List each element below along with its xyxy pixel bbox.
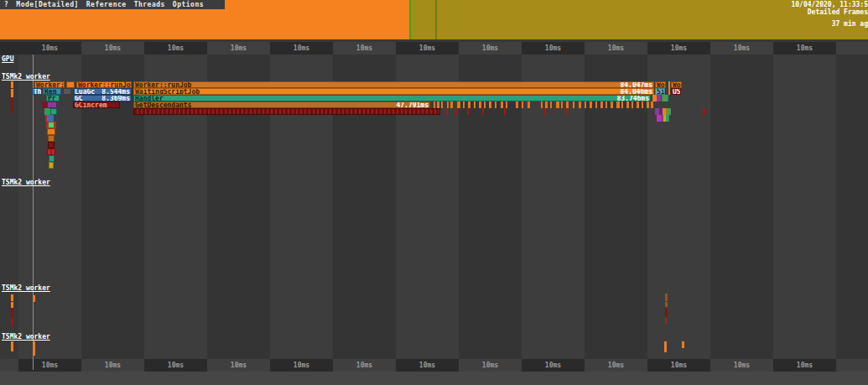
flame-bar[interactable]: [63, 88, 71, 95]
menu-help[interactable]: ?: [4, 1, 8, 8]
gc-tick[interactable]: [446, 108, 448, 115]
activity-tick[interactable]: [600, 101, 603, 108]
activity-tick[interactable]: [434, 101, 435, 108]
gc-tick[interactable]: [482, 108, 484, 115]
menu-reference[interactable]: Reference: [86, 1, 127, 8]
activity-tick[interactable]: [595, 101, 597, 108]
activity-tick[interactable]: [616, 101, 620, 108]
flame-bar[interactable]: [11, 89, 13, 97]
flame-bar[interactable]: WaitingScriptJob84.046ms: [133, 88, 654, 95]
flame-bar[interactable]: Handler83.746ms: [133, 95, 651, 101]
activity-tick[interactable]: [556, 101, 559, 108]
activity-tick[interactable]: [606, 101, 607, 108]
activity-tick[interactable]: [585, 101, 586, 108]
timeline-column[interactable]: [836, 55, 868, 359]
activity-tick[interactable]: [621, 101, 623, 108]
activity-tick[interactable]: [579, 101, 581, 108]
activity-tick[interactable]: [528, 101, 530, 108]
flame-bar[interactable]: [48, 135, 55, 142]
activity-tick[interactable]: [550, 101, 552, 108]
flame-bar[interactable]: Wo: [655, 81, 666, 88]
flame-bar[interactable]: GetDescendants47.791ms: [133, 101, 430, 108]
activity-tick[interactable]: [457, 101, 460, 108]
activity-tick[interactable]: [626, 101, 629, 108]
flame-bar[interactable]: [665, 318, 667, 324]
flame-bar[interactable]: LuaGc8.544ms: [73, 88, 132, 95]
flame-bar[interactable]: Worker:: [34, 81, 65, 88]
timeline-column[interactable]: [773, 55, 836, 359]
flame-bar[interactable]: Th: [32, 88, 42, 95]
flame-bar[interactable]: US: [671, 88, 681, 95]
gc-tick[interactable]: [544, 108, 546, 115]
flame-bar[interactable]: [664, 341, 667, 352]
activity-tick[interactable]: [516, 101, 518, 108]
activity-tick[interactable]: [447, 101, 449, 108]
activity-tick[interactable]: [506, 101, 507, 108]
activity-tick[interactable]: [561, 101, 563, 108]
flame-bar[interactable]: [667, 95, 668, 101]
activity-tick[interactable]: [637, 101, 639, 108]
activity-tick[interactable]: [489, 101, 491, 108]
activity-tick[interactable]: [501, 101, 503, 108]
flame-bar[interactable]: [668, 115, 669, 122]
flame-bar[interactable]: [11, 319, 13, 326]
flame-bar[interactable]: [665, 309, 668, 317]
flame-bar[interactable]: [133, 108, 440, 115]
thread-label[interactable]: TSMk2 worker: [2, 179, 50, 186]
activity-tick[interactable]: [522, 101, 523, 108]
flame-bar[interactable]: Pr: [46, 95, 60, 101]
flame-bar[interactable]: [44, 108, 50, 115]
flame-bar[interactable]: [665, 302, 668, 307]
flame-bar[interactable]: [668, 108, 671, 115]
flame-bar[interactable]: Worker::runJob84.047ms: [133, 81, 654, 88]
activity-tick[interactable]: [441, 101, 443, 108]
flame-bar[interactable]: [47, 128, 55, 135]
flame-bar[interactable]: [11, 341, 13, 351]
flame-bar[interactable]: GCincrem: [73, 101, 120, 108]
gc-tick[interactable]: [566, 108, 568, 115]
flame-bar[interactable]: [11, 81, 13, 88]
activity-tick[interactable]: [611, 101, 613, 108]
activity-tick[interactable]: [474, 101, 476, 108]
flame-bar[interactable]: [11, 98, 13, 107]
flame-bar[interactable]: [50, 108, 57, 115]
flame-bar[interactable]: [49, 162, 54, 169]
thread-label[interactable]: TSMk2 worker: [2, 284, 50, 292]
activity-tick[interactable]: [545, 101, 548, 108]
gc-tick[interactable]: [455, 108, 457, 115]
thread-label[interactable]: GPU: [2, 55, 13, 63]
menu-mode[interactable]: Mode[Detailed]: [16, 1, 78, 8]
activity-tick[interactable]: [647, 101, 649, 108]
menu-threads[interactable]: Threads: [134, 1, 165, 8]
flame-bar[interactable]: [55, 122, 56, 128]
activity-tick[interactable]: [573, 101, 574, 108]
thread-label[interactable]: TSMk2 worker: [2, 333, 50, 341]
activity-tick[interactable]: [479, 101, 481, 108]
thread-label[interactable]: TSMk2 worker: [2, 73, 50, 81]
menu-options[interactable]: Options: [173, 1, 204, 8]
activity-tick[interactable]: [468, 101, 470, 108]
flame-bar[interactable]: [11, 294, 13, 301]
activity-tick[interactable]: [642, 101, 643, 108]
flame-bar[interactable]: [47, 101, 57, 108]
flame-bar[interactable]: [33, 341, 35, 356]
activity-tick[interactable]: [590, 101, 592, 108]
flame-bar[interactable]: Si: [655, 88, 665, 95]
flame-bar[interactable]: [48, 122, 55, 128]
flame-bar[interactable]: Ren: [43, 88, 61, 95]
flame-bar[interactable]: Worker::runJob: [76, 81, 132, 88]
activity-tick[interactable]: [566, 101, 569, 108]
activity-tick[interactable]: [450, 101, 453, 108]
activity-tick[interactable]: [541, 101, 543, 108]
flame-bar[interactable]: [657, 95, 661, 101]
flame-bar[interactable]: [47, 115, 54, 122]
flame-bar[interactable]: [682, 341, 684, 348]
flame-bar[interactable]: [665, 294, 668, 301]
flame-bar[interactable]: [47, 148, 55, 155]
flame-bar[interactable]: [66, 81, 75, 88]
flame-bar[interactable]: [48, 142, 55, 148]
gc-tick[interactable]: [504, 108, 506, 115]
activity-tick[interactable]: [484, 101, 486, 108]
flame-bar[interactable]: GC8.369ms: [73, 95, 132, 101]
gc-tick[interactable]: [703, 108, 705, 115]
